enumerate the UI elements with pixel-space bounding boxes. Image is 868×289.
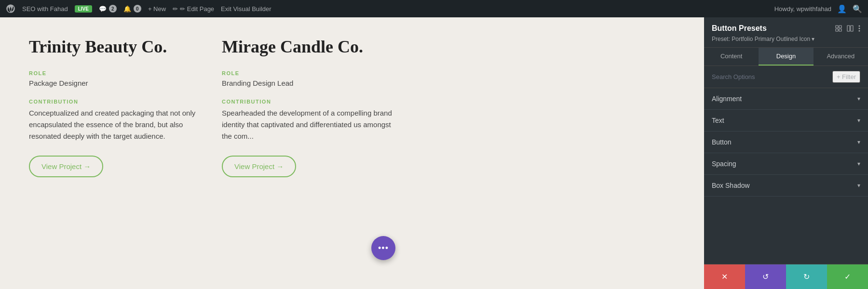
card-2-role-label: ROLE <box>222 70 395 76</box>
updates-count: 0 <box>134 5 141 13</box>
card-2-role-value: Branding Design Lead <box>222 79 395 87</box>
spacing-chevron-icon: ▾ <box>857 160 860 167</box>
live-badge: Live <box>75 5 92 13</box>
svg-point-9 <box>859 30 860 32</box>
card-1-role-value: Package Designer <box>29 79 203 87</box>
text-chevron-icon: ▾ <box>857 117 860 124</box>
svg-point-8 <box>859 28 860 29</box>
updates-icon: 🔔 <box>123 5 131 13</box>
text-section-label: Text <box>712 117 724 124</box>
card-2-view-project-button[interactable]: View Project → <box>222 156 296 177</box>
card-2-contribution-text: Spearheaded the development of a compell… <box>222 107 395 142</box>
exit-visual-builder-button[interactable]: Exit Visual Builder <box>221 5 271 13</box>
card-1-view-project-button[interactable]: View Project → <box>29 156 103 177</box>
admin-bar-left: SEO with Fahad Live 💬 2 🔔 0 + New ✏ ✏ Ed… <box>6 4 767 13</box>
undo-icon: ↺ <box>762 272 769 281</box>
card-2: Mirage Candle Co. ROLE Branding Design L… <box>222 37 395 177</box>
svg-rect-6 <box>851 26 853 31</box>
comments-count: 2 <box>109 5 117 13</box>
button-section-header[interactable]: Button ▾ <box>704 131 868 153</box>
card-1-contribution-text: Conceptualized and created packaging tha… <box>29 107 203 142</box>
panel-bottom-bar: ✕ ↺ ↻ ✓ <box>704 264 868 289</box>
panel-preset-text: Preset: Portfolio Primary Outlined Icon … <box>712 36 814 42</box>
button-section: Button ▾ <box>704 131 868 153</box>
redo-button[interactable]: ↻ <box>786 264 827 289</box>
box-shadow-section-label: Box Shadow <box>712 182 750 189</box>
search-icon[interactable]: 🔍 <box>853 4 862 13</box>
svg-point-7 <box>859 26 860 27</box>
spacing-section-header[interactable]: Spacing ▾ <box>704 153 868 174</box>
pencil-icon: ✏ <box>173 5 178 13</box>
text-section-header[interactable]: Text ▾ <box>704 110 868 131</box>
alignment-chevron-icon: ▾ <box>857 95 860 102</box>
panel-header: Button Presets Preset: Portfolio Primary… <box>704 17 868 48</box>
button-chevron-icon: ▾ <box>857 139 860 145</box>
howdy-text: Howdy, wpwithfahad <box>774 5 831 13</box>
card-2-contribution-label: CONTRIBUTION <box>222 99 395 105</box>
tab-content[interactable]: Content <box>704 48 759 66</box>
search-options-input[interactable] <box>712 73 828 80</box>
redo-icon: ↻ <box>803 272 810 281</box>
alignment-section-label: Alignment <box>712 95 742 103</box>
updates-menu-item[interactable]: 🔔 0 <box>123 5 141 13</box>
comments-icon: 💬 <box>99 5 107 13</box>
admin-bar: SEO with Fahad Live 💬 2 🔔 0 + New ✏ ✏ Ed… <box>0 0 868 17</box>
button-section-label: Button <box>712 138 731 146</box>
card-2-title: Mirage Candle Co. <box>222 37 395 57</box>
card-1-contribution-label: CONTRIBUTION <box>29 99 203 105</box>
alignment-section: Alignment ▾ <box>704 88 868 110</box>
new-button[interactable]: + New <box>148 5 166 13</box>
wordpress-logo-icon[interactable] <box>6 4 15 13</box>
page-content: Trinity Beauty Co. ROLE Package Designer… <box>0 17 704 289</box>
right-panel: Button Presets Preset: Portfolio Primary… <box>704 17 868 289</box>
panel-title-row: Button Presets <box>712 24 860 33</box>
card-1: Trinity Beauty Co. ROLE Package Designer… <box>29 37 203 177</box>
panel-tabs: Content Design Advanced <box>704 48 868 66</box>
search-row: + Filter <box>704 66 868 88</box>
comments-menu-item[interactable]: 💬 2 <box>99 5 117 13</box>
panel-title-icons <box>835 25 860 32</box>
filter-button[interactable]: + Filter <box>832 71 860 83</box>
svg-rect-3 <box>836 29 838 31</box>
tab-design[interactable]: Design <box>759 48 813 66</box>
save-icon: ✓ <box>844 272 851 281</box>
main-area: Trinity Beauty Co. ROLE Package Designer… <box>0 17 868 289</box>
panel-preset-row[interactable]: Preset: Portfolio Primary Outlined Icon … <box>712 36 860 42</box>
floating-action-button[interactable]: ••• <box>371 236 395 260</box>
box-shadow-chevron-icon: ▾ <box>857 182 860 189</box>
panel-title: Button Presets <box>712 24 767 33</box>
text-section: Text ▾ <box>704 110 868 131</box>
admin-bar-right: Howdy, wpwithfahad 👤 🔍 <box>774 4 862 13</box>
columns-icon[interactable] <box>847 25 854 32</box>
cancel-button[interactable]: ✕ <box>704 264 745 289</box>
save-button[interactable]: ✓ <box>827 264 868 289</box>
spacing-section-label: Spacing <box>712 160 736 168</box>
card-1-title: Trinity Beauty Co. <box>29 37 203 57</box>
box-shadow-section-header[interactable]: Box Shadow ▾ <box>704 175 868 196</box>
edit-page-button[interactable]: ✏ ✏ Edit Page <box>173 5 214 13</box>
avatar-icon: 👤 <box>837 4 847 13</box>
undo-button[interactable]: ↺ <box>745 264 786 289</box>
site-name[interactable]: SEO with Fahad <box>22 5 68 13</box>
alignment-section-header[interactable]: Alignment ▾ <box>704 88 868 109</box>
panel-sections: Alignment ▾ Text ▾ Button ▾ Spacing <box>704 88 868 264</box>
tab-advanced[interactable]: Advanced <box>814 48 868 66</box>
more-options-icon[interactable] <box>858 25 860 32</box>
card-1-role-label: ROLE <box>29 70 203 76</box>
fab-dots-icon: ••• <box>378 243 389 253</box>
svg-rect-1 <box>836 26 838 28</box>
box-shadow-section: Box Shadow ▾ <box>704 175 868 197</box>
svg-rect-4 <box>839 29 841 31</box>
expand-icon[interactable] <box>835 25 842 32</box>
svg-rect-2 <box>839 26 841 28</box>
spacing-section: Spacing ▾ <box>704 153 868 175</box>
cancel-icon: ✕ <box>721 272 728 281</box>
svg-rect-5 <box>847 26 850 31</box>
